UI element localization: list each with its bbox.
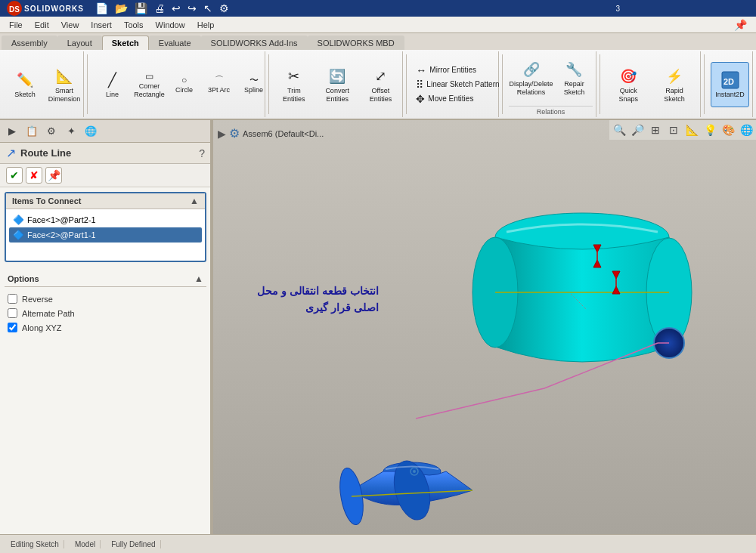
menu-file[interactable]: File: [3, 19, 29, 31]
view-tool-8[interactable]: 🌐: [738, 122, 754, 138]
sketch-button[interactable]: ✏️ Sketch: [6, 62, 44, 107]
options-collapse-button[interactable]: ▲: [194, 273, 203, 284]
new-button[interactable]: 📄: [93, 2, 110, 15]
sep5: [600, 54, 600, 114]
print-button[interactable]: 🖨: [152, 2, 167, 15]
viewport[interactable]: ▶ ⚙ Assem6 (Default<Di... 🔍 🔎 ⊞ ⊡ 📐 💡 🎨 …: [212, 120, 756, 534]
display-label: Display/DeleteRelations: [510, 80, 553, 97]
move-entities-button[interactable]: ✥ Move Entities: [413, 92, 502, 106]
config-manager-icon[interactable]: ⚙: [42, 122, 60, 141]
view-tool-1[interactable]: 🔍: [611, 122, 627, 138]
viewport-model-icon: ⚙: [229, 126, 240, 141]
trim-entities-button[interactable]: ✂ TrimEntities: [275, 62, 313, 107]
view-tool-2[interactable]: 🔎: [629, 122, 646, 138]
menu-edit[interactable]: Edit: [29, 19, 55, 31]
ok-button[interactable]: ✔: [6, 167, 23, 184]
status-defined: Fully Defined: [107, 540, 160, 548]
circle-button[interactable]: ○ Circle: [168, 72, 201, 97]
undo-button[interactable]: ↩: [169, 2, 183, 15]
alternate-path-checkbox[interactable]: [8, 308, 17, 318]
offset-entities-button[interactable]: ⤢ OffsetEntities: [361, 62, 399, 107]
instant2d-icon: 2D: [720, 70, 741, 91]
line-icon: ╱: [102, 70, 123, 91]
spline-button[interactable]: 〜 Spline: [237, 72, 271, 97]
mirror-entities-button[interactable]: ↔ Mirror Entities: [413, 63, 502, 77]
tab-addins[interactable]: SOLIDWORKS Add-Ins: [201, 36, 308, 50]
circle-label: Circle: [175, 86, 193, 94]
viewport-title: Assem6 (Default<Di...: [243, 129, 324, 138]
menu-view[interactable]: View: [55, 19, 85, 31]
arc-button[interactable]: ⌒ 3Pt Arc: [203, 72, 236, 97]
menu-window[interactable]: Window: [150, 19, 191, 31]
relations-buttons: 🔗 Display/DeleteRelations 🔧 RepairSketch: [509, 51, 593, 104]
snaps-buttons: 🎯 Quick Snaps ⚡ Rapid Sketch: [606, 51, 697, 117]
3d-canvas[interactable]: [212, 120, 756, 534]
display-icon: 🔗: [521, 59, 542, 80]
convert-entities-button[interactable]: 🔄 Convert Entities: [314, 62, 361, 107]
line-buttons: ╱ Line ▭ CornerRectangle ○ Circle ⌒ 3Pt …: [94, 51, 262, 117]
quick-snaps-button[interactable]: 🎯 Quick Snaps: [606, 62, 650, 107]
save-button[interactable]: 💾: [132, 2, 150, 15]
snaps-icon: 🎯: [618, 66, 639, 87]
edit-buttons: ✂ TrimEntities 🔄 Convert Entities ⤢ Offs…: [275, 51, 400, 117]
view-tool-4[interactable]: ⊡: [665, 122, 682, 138]
smart-dimension-button[interactable]: 📐 SmartDimension: [45, 62, 83, 107]
instant2d-button[interactable]: 2D Instant2D: [711, 62, 749, 107]
pushpin-button[interactable]: 📌: [45, 167, 62, 184]
item-face2[interactable]: 🔷 Face<2>@Part1-1: [9, 227, 202, 243]
pin-icon[interactable]: 📌: [728, 17, 753, 32]
ribbon-group-relations: 🔗 Display/DeleteRelations 🔧 RepairSketch…: [506, 51, 597, 117]
face1-icon: 🔷: [13, 215, 24, 225]
select-button[interactable]: ↖: [201, 2, 215, 15]
view-tool-7[interactable]: 🎨: [720, 122, 736, 138]
open-button[interactable]: 📂: [113, 2, 130, 15]
item-face1[interactable]: 🔷 Face<1>@Part2-1: [9, 212, 202, 227]
menu-tools[interactable]: Tools: [118, 19, 150, 31]
settings-button[interactable]: ⚙: [217, 2, 231, 15]
mirror-label: Mirror Entities: [429, 66, 476, 74]
repair-sketch-button[interactable]: 🔧 RepairSketch: [555, 55, 593, 100]
move-label: Move Entities: [428, 94, 473, 103]
reverse-option: Reverse: [5, 292, 206, 306]
ribbon-group-lines: ╱ Line ▭ CornerRectangle ○ Circle ⌒ 3Pt …: [91, 51, 265, 117]
resize-handle[interactable]: [210, 120, 213, 534]
corner-rect-button[interactable]: ▭ CornerRectangle: [133, 68, 166, 101]
view-tool-6[interactable]: 💡: [702, 122, 718, 138]
along-xyz-checkbox[interactable]: [8, 323, 17, 332]
items-collapse-button[interactable]: ▲: [190, 196, 199, 206]
help-icon[interactable]: ?: [199, 147, 205, 159]
dim-expert-icon[interactable]: ✦: [62, 122, 80, 141]
repair-icon: 🔧: [563, 59, 584, 80]
property-manager-icon[interactable]: 📋: [23, 122, 41, 141]
offset-label: OffsetEntities: [370, 87, 392, 103]
relations-group-label: Relations: [509, 106, 593, 117]
display-delete-button[interactable]: 🔗 Display/DeleteRelations: [509, 55, 554, 100]
viewport-expand-icon[interactable]: ▶: [218, 128, 226, 140]
reverse-checkbox[interactable]: [8, 294, 17, 304]
face1-label: Face<1>@Part2-1: [27, 215, 96, 224]
tab-sketch[interactable]: Sketch: [102, 36, 149, 50]
cancel-button[interactable]: ✘: [26, 167, 42, 184]
rapid-sketch-button[interactable]: ⚡ Rapid Sketch: [652, 62, 697, 107]
view-tool-5[interactable]: 📐: [683, 122, 700, 138]
menu-insert[interactable]: Insert: [85, 19, 118, 31]
linear-pattern-button[interactable]: ⠿ Linear Sketch Pattern: [413, 78, 502, 91]
feature-tree-icon[interactable]: ▶: [3, 122, 21, 141]
ribbon-group-snaps: 🎯 Quick Snaps ⚡ Rapid Sketch: [603, 51, 701, 117]
menu-help[interactable]: Help: [191, 19, 221, 31]
redo-button[interactable]: ↪: [185, 2, 199, 15]
route-panel-header: ↗ Route Line ?: [0, 143, 211, 164]
appearance-icon[interactable]: 🌐: [82, 122, 100, 141]
items-note: [6, 246, 205, 261]
tab-mbd[interactable]: SOLIDWORKS MBD: [308, 36, 404, 50]
tab-assembly[interactable]: Assembly: [2, 36, 57, 50]
linear-label: Linear Sketch Pattern: [426, 80, 499, 88]
line-button[interactable]: ╱ Line: [94, 62, 132, 107]
tab-layout[interactable]: Layout: [57, 36, 102, 50]
spline-label: Spline: [244, 86, 263, 94]
convert-label: Convert Entities: [319, 87, 356, 103]
items-section-header: Items To Connect ▲: [6, 193, 205, 209]
tab-evaluate[interactable]: Evaluate: [149, 36, 201, 50]
view-tool-3[interactable]: ⊞: [647, 122, 664, 138]
line-label: Line: [106, 91, 119, 99]
